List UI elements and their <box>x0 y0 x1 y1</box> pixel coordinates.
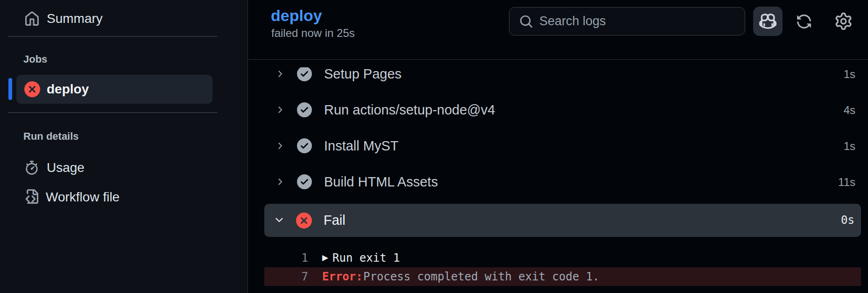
step-name: Build HTML Assets <box>324 164 438 200</box>
log-line-text: Process completed with exit code 1. <box>363 267 600 286</box>
step-row-build-html-assets[interactable]: Build HTML Assets 11s <box>248 164 868 200</box>
refresh-button[interactable] <box>796 14 812 29</box>
step-duration: 1s <box>844 67 855 92</box>
copilot-button[interactable] <box>753 7 783 36</box>
log-line: 1 ▶ Run exit 1 <box>248 249 868 267</box>
search-logs-input[interactable] <box>538 7 736 35</box>
log-line-number[interactable]: 7 <box>264 267 308 286</box>
sidebar: Summary Jobs deploy Run details Usage Wo… <box>0 0 248 293</box>
log-line-text: Run exit 1 <box>332 249 400 267</box>
error-label: Error: <box>322 267 363 286</box>
step-row-fail[interactable]: Fail 0s <box>264 204 861 237</box>
chevron-right-icon <box>275 177 285 187</box>
sidebar-divider <box>7 36 218 37</box>
sidebar-item-workflow-file-label: Workflow file <box>46 187 120 207</box>
failed-status-icon <box>24 81 40 97</box>
sidebar-item-usage-label: Usage <box>47 158 85 178</box>
run-details-section-label: Run details <box>23 129 79 143</box>
copilot-icon <box>759 13 776 30</box>
chevron-right-icon <box>275 69 285 79</box>
step-name: Setup Pages <box>324 67 402 92</box>
step-row-install-myst[interactable]: Install MyST 1s <box>248 128 868 164</box>
step-duration: 0s <box>841 204 854 237</box>
sidebar-item-workflow-file[interactable]: Workflow file <box>0 187 248 207</box>
actions-job-run-page: Summary Jobs deploy Run details Usage Wo… <box>0 0 868 293</box>
sidebar-item-summary[interactable]: Summary <box>0 4 248 28</box>
log-panel-top-border <box>248 59 868 60</box>
check-circle-icon <box>297 138 312 153</box>
check-circle-icon <box>297 102 312 117</box>
search-icon <box>519 14 533 29</box>
log-steps-panel: Setup Pages 1s Run actions/setup-node@v4… <box>248 67 868 293</box>
log-line-error: 7 Error: Process completed with exit cod… <box>248 267 868 286</box>
step-row-setup-pages[interactable]: Setup Pages 1s <box>248 67 868 92</box>
x-circle-icon <box>296 213 312 229</box>
sidebar-divider <box>7 112 218 113</box>
stopwatch-icon <box>25 161 39 175</box>
gear-icon <box>835 13 852 30</box>
active-job-accent-bar <box>8 78 12 100</box>
check-circle-icon <box>297 67 312 81</box>
chevron-right-icon <box>275 141 285 151</box>
step-duration: 1s <box>844 128 855 164</box>
jobs-section-label: Jobs <box>23 52 47 66</box>
chevron-right-icon <box>275 105 285 115</box>
sidebar-item-usage[interactable]: Usage <box>0 158 248 178</box>
home-icon <box>24 11 40 27</box>
job-status-line: failed now in 25s <box>271 26 355 40</box>
sync-icon <box>796 14 812 29</box>
expand-triangle-icon[interactable]: ▶ <box>322 249 328 267</box>
chevron-down-icon <box>274 214 285 226</box>
settings-button[interactable] <box>835 13 852 30</box>
step-name: Fail <box>324 204 346 237</box>
file-code-icon <box>23 189 38 205</box>
sidebar-item-summary-label: Summary <box>47 7 103 31</box>
step-duration: 11s <box>838 164 855 200</box>
log-line-number[interactable]: 1 <box>264 249 308 267</box>
step-name: Run actions/setup-node@v4 <box>324 92 495 128</box>
page-title: deploy <box>271 6 322 25</box>
sidebar-job-deploy-label: deploy <box>47 75 89 104</box>
search-logs-box <box>509 7 745 36</box>
step-duration: 4s <box>844 92 855 128</box>
check-circle-icon <box>297 174 312 189</box>
sidebar-item-job-deploy[interactable]: deploy <box>16 75 212 104</box>
step-row-setup-node[interactable]: Run actions/setup-node@v4 4s <box>248 92 868 128</box>
step-name: Install MyST <box>324 128 399 164</box>
